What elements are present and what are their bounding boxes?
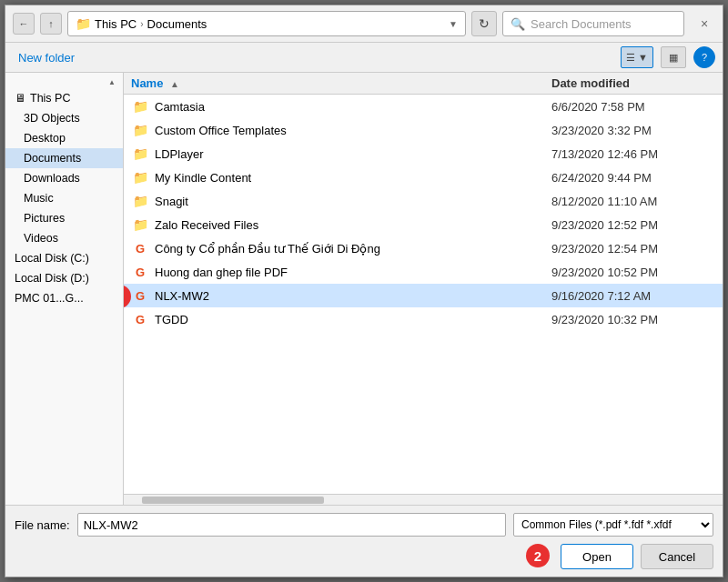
file-date: 9/16/2020 7:12 AM [551, 289, 715, 303]
file-row[interactable]: 📁 LDPlayer 7/13/2020 12:46 PM [124, 142, 723, 166]
file-row[interactable]: 📁 Zalo Received Files 9/23/2020 12:52 PM [124, 213, 723, 236]
filename-row: File name: Common Files (*.pdf *.fdf *.x… [15, 513, 713, 537]
sidebar-videos-label: Videos [24, 232, 58, 245]
pdf-icon: G [131, 310, 149, 328]
view-pane-button[interactable]: ▦ [661, 46, 686, 68]
file-name: Công ty Cổ phần Đầu tư Thế Giới Di Động [155, 242, 551, 256]
file-row[interactable]: G Công ty Cổ phần Đầu tư Thế Giới Di Độn… [124, 236, 723, 260]
file-date: 6/24/2020 9:44 PM [551, 171, 715, 185]
main-area: ▲ 🖥 This PC 3D Objects Desktop Documents… [5, 73, 723, 505]
file-row[interactable]: 📁 Custom Office Templates 3/23/2020 3:32… [124, 118, 723, 142]
file-date: 9/23/2020 12:52 PM [551, 218, 715, 232]
file-open-dialog: ← ↑ 📁 This PC › Documents ▼ ↻ 🔍 × New fo… [5, 5, 723, 577]
file-row[interactable]: 📁 My Kindle Content 6/24/2020 9:44 PM [124, 166, 723, 189]
sidebar-3dobjects-label: 3D Objects [24, 112, 80, 125]
file-date: 6/6/2020 7:58 PM [551, 100, 715, 114]
file-name: TGDD [155, 313, 551, 326]
file-date: 9/23/2020 10:52 PM [551, 266, 715, 279]
search-bar[interactable]: 🔍 [502, 11, 684, 36]
file-date: 9/23/2020 12:54 PM [551, 242, 715, 256]
pdf-icon: G [131, 239, 149, 257]
file-list-container: Name ▲ Date modified 📁 Camtasia 6/6/2020… [124, 73, 723, 505]
sidebar-item-thispc[interactable]: 🖥 This PC [5, 88, 123, 108]
file-list-header: Name ▲ Date modified [124, 73, 723, 95]
file-date: 9/23/2020 10:32 PM [551, 313, 715, 326]
file-list: 📁 Camtasia 6/6/2020 7:58 PM 📁 Custom Off… [124, 95, 723, 494]
pdf-icon: G [131, 286, 149, 305]
selected-file-row-container: 1 G NLX-MW2 9/16/2020 7:12 AM [124, 284, 723, 307]
new-folder-button[interactable]: New folder [13, 48, 80, 67]
file-name: LDPlayer [155, 147, 551, 161]
file-name: Custom Office Templates [155, 124, 551, 137]
file-name: NLX-MW2 [155, 289, 551, 303]
sidebar-item-downloads[interactable]: Downloads [5, 168, 123, 188]
file-row[interactable]: 📁 Snagit 8/12/2020 11:10 AM [124, 189, 723, 213]
close-button[interactable]: × [693, 13, 715, 35]
folder-icon: 📁 [131, 145, 149, 163]
file-name: My Kindle Content [155, 171, 551, 185]
file-name: Snagit [155, 195, 551, 208]
sidebar-locald-label: Local Disk (D:) [15, 272, 89, 285]
sidebar-desktop-label: Desktop [24, 132, 66, 145]
refresh-button[interactable]: ↻ [471, 11, 497, 36]
sidebar-item-documents[interactable]: Documents [5, 148, 123, 168]
sidebar-pictures-label: Pictures [24, 212, 65, 225]
toolbar: New folder ☰ ▼ ▦ ? [5, 43, 723, 73]
breadcrumb-dropdown-icon[interactable]: ▼ [449, 19, 458, 29]
folder-icon: 📁 [131, 121, 149, 139]
breadcrumb-text-2: Documents [147, 17, 207, 31]
folder-icon: 📁 [131, 192, 149, 210]
help-button[interactable]: ? [693, 46, 715, 68]
sidebar-item-desktop[interactable]: Desktop [5, 128, 123, 148]
sidebar-item-locald[interactable]: Local Disk (D:) [5, 268, 123, 288]
sidebar-scroll-up[interactable]: ▲ [108, 78, 116, 86]
breadcrumb-separator: › [140, 19, 143, 29]
sidebar: ▲ 🖥 This PC 3D Objects Desktop Documents… [5, 73, 124, 505]
sidebar-documents-label: Documents [24, 152, 81, 165]
back-button[interactable]: ← [13, 13, 35, 35]
horizontal-scrollbar-thumb[interactable] [142, 497, 324, 504]
buttons-row: 2 Open Cancel [15, 544, 713, 569]
bottom-bar: File name: Common Files (*.pdf *.fdf *.x… [5, 505, 723, 577]
folder-icon: 📁 [131, 168, 149, 186]
cancel-button[interactable]: Cancel [641, 544, 713, 569]
file-date: 3/23/2020 3:32 PM [551, 124, 715, 137]
sidebar-thispc-label: This PC [30, 92, 70, 105]
sidebar-item-3dobjects[interactable]: 3D Objects [5, 108, 123, 128]
filetype-select[interactable]: Common Files (*.pdf *.fdf *.xfdf [513, 513, 713, 537]
folder-icon: 📁 [131, 216, 149, 234]
file-row[interactable]: 📁 Camtasia 6/6/2020 7:58 PM [124, 95, 723, 118]
sort-icon: ▲ [170, 79, 179, 89]
search-input[interactable] [531, 17, 676, 31]
sidebar-localc-label: Local Disk (C:) [15, 252, 89, 265]
breadcrumb-bar[interactable]: 📁 This PC › Documents ▼ [67, 11, 466, 36]
up-button[interactable]: ↑ [40, 13, 62, 35]
column-date[interactable]: Date modified [551, 76, 715, 90]
horizontal-scrollbar[interactable] [124, 494, 723, 505]
sidebar-item-music[interactable]: Music [5, 188, 123, 208]
column-name[interactable]: Name ▲ [131, 76, 551, 90]
file-date: 7/13/2020 12:46 PM [551, 147, 715, 161]
folder-icon: 📁 [131, 97, 149, 115]
sidebar-downloads-label: Downloads [24, 172, 80, 185]
sidebar-music-label: Music [24, 192, 54, 205]
breadcrumb-folder-icon: 📁 [76, 16, 91, 31]
view-details-button[interactable]: ☰ ▼ [621, 46, 653, 68]
file-row-selected[interactable]: G NLX-MW2 9/16/2020 7:12 AM [124, 284, 723, 307]
sidebar-item-videos[interactable]: Videos [5, 228, 123, 248]
sidebar-item-localc[interactable]: Local Disk (C:) [5, 248, 123, 268]
title-bar: ← ↑ 📁 This PC › Documents ▼ ↻ 🔍 × [5, 5, 723, 43]
pdf-icon: G [131, 263, 149, 281]
filename-label: File name: [15, 518, 70, 532]
file-name: Zalo Received Files [155, 218, 551, 232]
file-row[interactable]: G Huong dan ghep file PDF 9/23/2020 10:5… [124, 260, 723, 284]
open-button[interactable]: Open [561, 544, 633, 569]
file-row[interactable]: G TGDD 9/23/2020 10:32 PM [124, 307, 723, 331]
file-name: Huong dan ghep file PDF [155, 266, 551, 279]
file-name: Camtasia [155, 100, 551, 114]
sidebar-item-pmc[interactable]: PMC 01...G... [5, 288, 123, 308]
sidebar-item-pictures[interactable]: Pictures [5, 208, 123, 228]
file-date: 8/12/2020 11:10 AM [551, 195, 715, 208]
filename-input[interactable] [77, 513, 506, 537]
search-icon: 🔍 [511, 17, 525, 31]
